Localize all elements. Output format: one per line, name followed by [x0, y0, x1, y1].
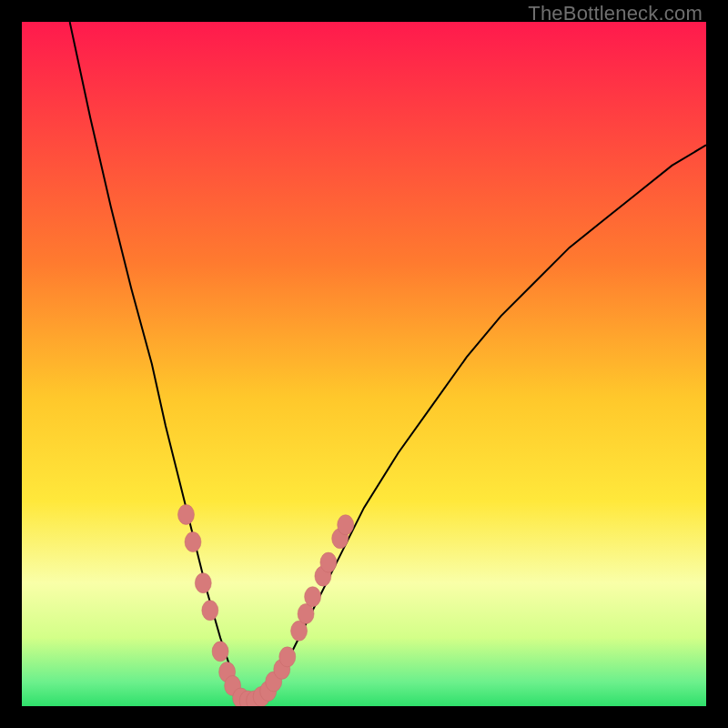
watermark-text: TheBottleneck.com — [528, 2, 703, 25]
curve-marker — [202, 601, 218, 621]
curve-marker — [279, 647, 296, 667]
curve-marker — [338, 515, 354, 535]
chart-frame — [22, 22, 706, 706]
curve-marker — [195, 573, 211, 593]
curve-marker — [305, 587, 321, 607]
bottleneck-chart — [22, 22, 706, 706]
curve-marker — [212, 642, 228, 662]
curve-marker — [177, 504, 194, 524]
curve-marker — [320, 552, 337, 572]
curve-marker — [185, 532, 201, 552]
gradient-rect — [22, 22, 706, 706]
